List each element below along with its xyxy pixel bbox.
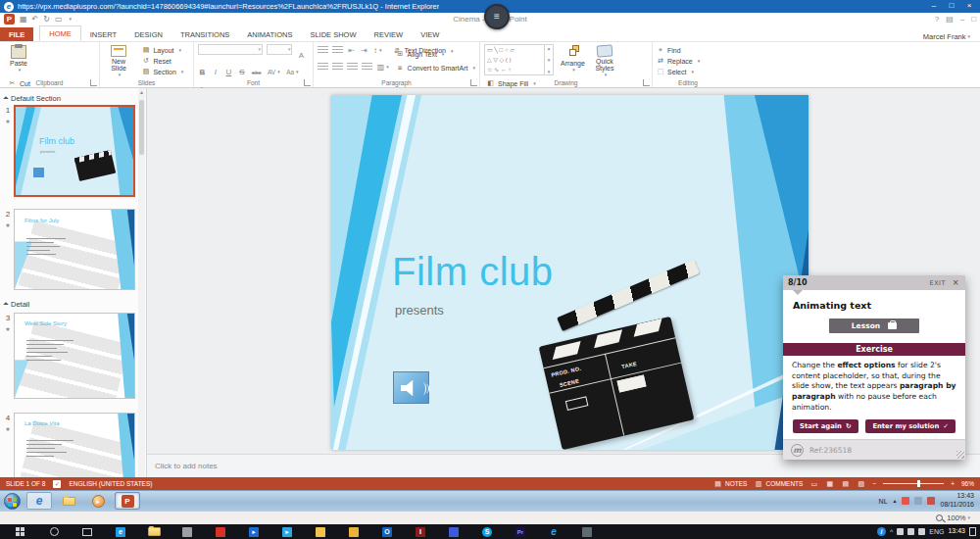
- italic-button[interactable]: I: [211, 67, 220, 77]
- edge-button[interactable]: e: [104, 527, 137, 537]
- section-header-detail[interactable]: Detail: [4, 300, 29, 309]
- app-restore-button[interactable]: □: [971, 15, 976, 24]
- ribbon-display-button[interactable]: ▤: [946, 15, 954, 24]
- tab-animations[interactable]: ANIMATIONS: [238, 27, 301, 41]
- taskbar-explorer-button[interactable]: [56, 492, 81, 510]
- action-center-icon[interactable]: [902, 497, 909, 505]
- slide-3-thumbnail[interactable]: West Side Story: [14, 313, 135, 399]
- shapes-gallery-scroll[interactable]: ▴▾▾: [545, 44, 554, 75]
- notes-toggle[interactable]: ▤ NOTES: [713, 479, 747, 488]
- media-player-button[interactable]: ▸: [270, 527, 304, 537]
- maximize-button[interactable]: □: [943, 1, 960, 12]
- lesson-button[interactable]: Lesson: [829, 318, 919, 333]
- host-network-icon[interactable]: [897, 528, 904, 535]
- notification-center-icon[interactable]: [969, 527, 976, 536]
- bold-button[interactable]: B: [198, 67, 207, 77]
- slide-2-thumbnail[interactable]: Films for July: [14, 209, 135, 290]
- audio-clip-object[interactable]: [393, 371, 429, 404]
- reset-button[interactable]: ↺ Reset: [141, 56, 183, 66]
- tab-transitions[interactable]: TRANSITIONS: [172, 27, 238, 41]
- quick-styles-button[interactable]: Quick Styles: [592, 44, 617, 77]
- info-tray-icon[interactable]: i: [877, 527, 886, 536]
- remote-clock[interactable]: 13:43 08/11/2016: [940, 492, 976, 510]
- underline-button[interactable]: U: [224, 67, 233, 77]
- thumbnail-scrollbar[interactable]: ▲: [138, 88, 145, 477]
- host-explorer-button[interactable]: [137, 527, 171, 536]
- select-button[interactable]: ⬚ Select: [657, 67, 700, 76]
- pinned-app-red[interactable]: [204, 527, 237, 537]
- zoom-slider-thumb[interactable]: [917, 480, 920, 487]
- tray-chevron[interactable]: ^: [890, 528, 893, 535]
- change-case-button[interactable]: Aa: [285, 67, 299, 77]
- movies-tv-button[interactable]: ▸: [237, 527, 270, 537]
- reading-view-button[interactable]: ▤: [841, 479, 850, 488]
- font-dialog-launcher[interactable]: [304, 79, 311, 86]
- outlook-button[interactable]: O: [370, 527, 404, 537]
- premiere-button[interactable]: Pr: [504, 527, 537, 537]
- zoom-in-button[interactable]: +: [951, 480, 955, 487]
- store-button[interactable]: [171, 527, 204, 537]
- task-view-button[interactable]: [71, 528, 104, 536]
- slide-2-animation-star[interactable]: ★: [3, 221, 13, 228]
- tray-expand-icon[interactable]: ▲: [893, 498, 898, 504]
- justify-button[interactable]: [362, 63, 372, 72]
- start-again-button[interactable]: Start again ↻: [793, 419, 858, 433]
- columns-button[interactable]: ▥: [376, 62, 390, 73]
- enter-solution-button[interactable]: Enter my solution ✓: [865, 419, 956, 433]
- tab-file[interactable]: FILE: [0, 27, 33, 41]
- slide-3-animation-star[interactable]: ★: [3, 325, 13, 332]
- replace-button[interactable]: ⇄ Replace: [657, 56, 700, 66]
- increase-indent-button[interactable]: ⇥: [360, 45, 368, 56]
- trainer-close-icon[interactable]: ×: [951, 278, 960, 288]
- host-volume-icon[interactable]: [907, 528, 914, 535]
- minimize-button[interactable]: –: [925, 1, 943, 12]
- host-language[interactable]: ENG: [929, 528, 944, 535]
- slide-1-animation-star[interactable]: ★: [3, 118, 13, 124]
- spellcheck-icon[interactable]: ✓: [53, 480, 61, 488]
- layout-button[interactable]: ▤ Layout: [141, 45, 183, 55]
- font-size-combo[interactable]: [267, 44, 292, 55]
- taskbar-media-button[interactable]: ▸: [85, 492, 111, 510]
- arrange-button[interactable]: Arrange: [558, 44, 587, 77]
- host-search-button[interactable]: [37, 527, 71, 536]
- host-start-button[interactable]: [4, 527, 37, 537]
- start-orb[interactable]: [4, 493, 21, 510]
- pinned-folder-2[interactable]: [337, 527, 370, 537]
- pinned-app-blue[interactable]: [437, 527, 470, 537]
- taskbar-ie-button[interactable]: e: [26, 492, 52, 510]
- comments-toggle[interactable]: ▥ COMMENTS: [754, 479, 803, 488]
- slide-4-animation-star[interactable]: ★: [3, 425, 13, 432]
- tab-home[interactable]: HOME: [39, 25, 81, 41]
- align-center-button[interactable]: [332, 63, 343, 72]
- account-menu[interactable]: Marcel Frank: [923, 32, 980, 41]
- shadow-button[interactable]: S: [237, 67, 246, 77]
- normal-view-button[interactable]: ▭: [809, 479, 818, 488]
- align-text-button[interactable]: ⊞ Align Text: [396, 49, 475, 59]
- network-icon[interactable]: [914, 497, 922, 505]
- slide-sorter-view-button[interactable]: ▦: [825, 479, 834, 488]
- strikethrough-button[interactable]: abc: [251, 68, 263, 78]
- clapperboard-image[interactable]: PROD. NO. SCENE TAKE: [549, 291, 715, 448]
- clipboard-dialog-launcher[interactable]: [90, 79, 97, 86]
- trainer-header[interactable]: 8/10 EXIT ×: [783, 275, 965, 290]
- trainer-menu-fab[interactable]: ≡: [484, 4, 510, 29]
- zoom-out-button[interactable]: −: [872, 480, 876, 487]
- skype-button[interactable]: S: [470, 527, 504, 537]
- trainer-exit-button[interactable]: EXIT: [930, 279, 946, 287]
- slide-4-thumbnail[interactable]: La Dolce Vita: [14, 413, 135, 477]
- zoom-percentage[interactable]: 96%: [961, 480, 974, 487]
- bullets-button[interactable]: [318, 46, 328, 55]
- paste-button[interactable]: Paste: [4, 44, 33, 77]
- pinned-app-gray[interactable]: [570, 527, 604, 537]
- browser-zoom-level[interactable]: 100%: [947, 514, 970, 522]
- align-left-button[interactable]: [318, 63, 328, 72]
- taskbar-powerpoint-button[interactable]: P: [115, 492, 140, 510]
- zoom-slider[interactable]: [883, 483, 944, 484]
- app-minimize-button[interactable]: –: [960, 15, 964, 24]
- language-tray[interactable]: NL: [879, 498, 888, 505]
- decrease-indent-button[interactable]: ⇤: [347, 45, 356, 56]
- tab-view[interactable]: VIEW: [412, 27, 448, 41]
- slide-canvas[interactable]: Film club presents PROD. NO. SCENE TAKE: [331, 95, 808, 450]
- tab-insert[interactable]: INSERT: [81, 27, 125, 41]
- help-button[interactable]: ?: [935, 15, 939, 24]
